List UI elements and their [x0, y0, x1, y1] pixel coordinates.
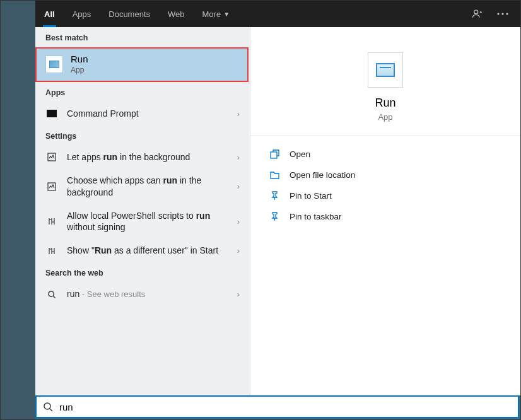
run-app-icon: [368, 52, 403, 88]
chevron-right-icon: ›: [237, 153, 240, 162]
result-setting-background-apps[interactable]: Let apps run in the background ›: [35, 146, 250, 169]
best-match-subtitle: App: [71, 66, 88, 74]
result-setting-different-user[interactable]: Show "Run as a different user" in Start …: [35, 239, 250, 262]
svg-point-0: [474, 10, 478, 14]
settings-item-icon: [45, 217, 58, 226]
filter-tabs: All Apps Documents Web More▼: [35, 1, 238, 27]
section-web: Search the web: [35, 262, 250, 283]
feedback-icon[interactable]: [465, 1, 490, 27]
preview-title: Run: [250, 96, 520, 110]
tab-all[interactable]: All: [35, 1, 64, 27]
settings-item-icon: [45, 182, 58, 191]
search-input[interactable]: [59, 402, 518, 412]
settings-item-icon: [45, 247, 58, 255]
pin-icon: [268, 212, 281, 221]
open-icon: [268, 149, 281, 159]
pin-icon: [268, 191, 281, 201]
result-command-prompt[interactable]: Command Prompt ›: [35, 102, 250, 125]
chevron-right-icon: ›: [237, 109, 240, 119]
best-match-result[interactable]: Run App: [35, 47, 249, 82]
svg-point-7: [49, 291, 54, 296]
chevron-down-icon: ▼: [223, 11, 230, 18]
chevron-right-icon: ›: [237, 217, 240, 226]
preview-subtitle: App: [250, 112, 520, 122]
svg-rect-4: [47, 110, 57, 117]
search-icon: [45, 290, 58, 299]
preview-header: Run App: [250, 27, 520, 136]
svg-point-1: [497, 13, 499, 15]
section-settings: Settings: [35, 125, 250, 146]
tab-apps[interactable]: Apps: [64, 1, 100, 27]
search-bar[interactable]: [35, 395, 519, 418]
action-list: Open Open file location Pin to Start Pin…: [250, 136, 520, 235]
chevron-right-icon: ›: [237, 246, 240, 255]
preview-pane: Run App Open Open file location Pin to S…: [250, 27, 520, 395]
section-best-match: Best match: [35, 27, 250, 47]
action-pin-taskbar[interactable]: Pin to taskbar: [250, 206, 520, 227]
tab-documents[interactable]: Documents: [100, 1, 159, 27]
results-list: Best match Run App Apps Command Prompt ›…: [35, 27, 250, 395]
run-app-icon: [45, 55, 63, 73]
action-open-location[interactable]: Open file location: [250, 165, 520, 185]
folder-icon: [268, 170, 281, 180]
desktop-sidebar: [1, 1, 35, 419]
action-pin-start[interactable]: Pin to Start: [250, 185, 520, 206]
svg-point-3: [506, 13, 508, 15]
chevron-right-icon: ›: [237, 289, 240, 299]
section-apps: Apps: [35, 82, 250, 102]
svg-point-2: [501, 13, 503, 15]
result-setting-powershell[interactable]: Allow local PowerShell scripts to run wi…: [35, 204, 250, 240]
result-web-search[interactable]: run - See web results ›: [35, 283, 250, 306]
results-panel: Best match Run App Apps Command Prompt ›…: [35, 27, 520, 395]
chevron-right-icon: ›: [237, 182, 240, 191]
tab-more[interactable]: More▼: [194, 1, 239, 27]
terminal-icon: [45, 110, 58, 117]
tab-web[interactable]: Web: [159, 1, 194, 27]
more-options-icon[interactable]: [490, 1, 515, 27]
action-open[interactable]: Open: [250, 144, 520, 165]
best-match-title: Run: [71, 54, 88, 64]
search-icon: [37, 402, 59, 412]
settings-item-icon: [45, 153, 58, 161]
svg-rect-8: [271, 152, 277, 158]
svg-point-9: [44, 403, 50, 409]
search-header: All Apps Documents Web More▼: [35, 1, 520, 27]
result-setting-choose-apps[interactable]: Choose which apps can run in the backgro…: [35, 169, 250, 204]
